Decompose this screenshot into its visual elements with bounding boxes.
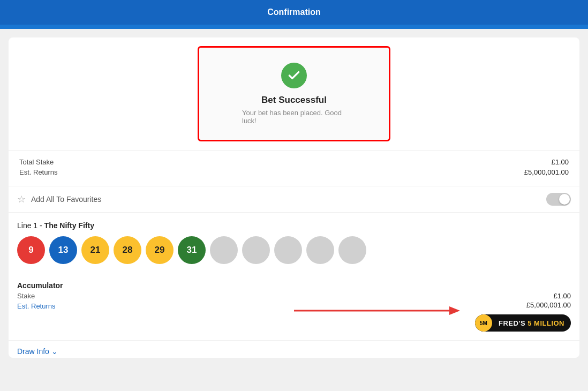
acc-stake-value: £1.00	[553, 292, 571, 300]
acc-est-value-row: £5,000,001.00	[526, 301, 571, 309]
ball-31: 31	[178, 236, 206, 264]
game-name: The Nifty Fifty	[44, 221, 94, 230]
badge-icon: 5M	[475, 314, 492, 332]
badge-highlight: 5 MILLION	[527, 319, 564, 327]
success-box: Bet Successful Your bet has been placed.…	[198, 46, 390, 141]
acc-stake-row: Stake	[17, 292, 56, 300]
total-stake-value: £1.00	[551, 158, 569, 166]
success-box-wrapper: Bet Successful Your bet has been placed.…	[9, 37, 579, 150]
ball-21: 21	[81, 236, 109, 264]
red-arrow-container	[294, 304, 465, 319]
main-content: Bet Successful Your bet has been placed.…	[0, 29, 588, 391]
draw-info-link[interactable]: Draw Info ⌄	[17, 347, 571, 356]
page-header: Confirmation	[0, 0, 588, 25]
est-returns-label: Est. Returns	[19, 168, 58, 176]
subheader-bar	[0, 25, 588, 29]
check-circle	[281, 63, 307, 88]
toggle-knob	[559, 194, 570, 205]
acc-stake-value-row: £1.00	[553, 292, 571, 300]
accumulator-section: Accumulator Stake Est. Returns	[9, 281, 579, 340]
badge-row: 5M FRED'S 5 MILLION	[475, 314, 571, 332]
ball-empty-3	[274, 236, 302, 264]
acc-stake-label: Stake	[17, 292, 35, 300]
success-subtitle: Your bet has been placed. Good luck!	[242, 109, 346, 125]
line-prefix: Line 1 -	[17, 221, 44, 230]
success-title: Bet Successful	[261, 95, 327, 106]
confirmation-card: Bet Successful Your bet has been placed.…	[9, 37, 579, 358]
draw-info-section: Draw Info ⌄	[9, 340, 579, 358]
freds-million-badge: 5M FRED'S 5 MILLION	[475, 314, 571, 332]
favourites-toggle[interactable]	[546, 193, 571, 206]
badge-prefix: FRED'S	[499, 319, 527, 327]
badge-text: FRED'S 5 MILLION	[492, 319, 571, 327]
line-section: Line 1 - The Nifty Fifty 9 13 21 28 29 3…	[9, 212, 579, 281]
est-returns-row: Est. Returns £5,000,001.00	[19, 168, 569, 176]
star-icon: ☆	[17, 193, 26, 205]
balls-row: 9 13 21 28 29 31	[17, 236, 571, 264]
ball-empty-5	[338, 236, 366, 264]
ball-9: 9	[17, 236, 45, 264]
ball-28: 28	[114, 236, 141, 264]
acc-values-block: £1.00 £5,000,001.00 5M FRED'S 5	[475, 292, 571, 332]
stakes-section: Total Stake £1.00 Est. Returns £5,000,00…	[9, 150, 579, 186]
acc-est-label: Est. Returns	[17, 302, 56, 310]
acc-est-row: Est. Returns	[17, 302, 56, 310]
draw-info-label: Draw Info	[17, 347, 49, 356]
ball-13: 13	[49, 236, 77, 264]
line-title: Line 1 - The Nifty Fifty	[17, 221, 571, 230]
ball-empty-1	[210, 236, 238, 264]
svg-marker-1	[449, 306, 460, 315]
favourites-label: Add All To Favourites	[31, 195, 541, 204]
ball-29: 29	[146, 236, 174, 264]
total-stake-label: Total Stake	[19, 158, 54, 166]
est-returns-value: £5,000,001.00	[524, 168, 569, 176]
favourites-section[interactable]: ☆ Add All To Favourites	[9, 186, 579, 212]
acc-title: Accumulator	[17, 281, 571, 290]
total-stake-row: Total Stake £1.00	[19, 158, 569, 166]
chevron-down-icon: ⌄	[51, 347, 58, 356]
ball-empty-4	[306, 236, 334, 264]
header-title: Confirmation	[267, 7, 321, 17]
acc-est-value: £5,000,001.00	[526, 301, 571, 309]
ball-empty-2	[242, 236, 270, 264]
